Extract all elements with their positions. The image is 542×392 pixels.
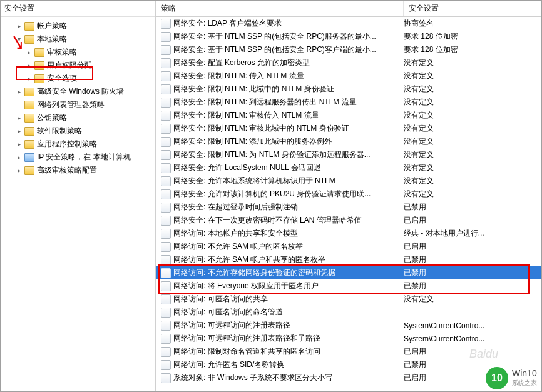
policy-row[interactable]: 网络安全: LDAP 客户端签名要求协商签名 [156,17,541,30]
policy-name: 网络安全: 限制 NTLM: 审核传入 NTLM 流量 [173,110,404,121]
policy-row[interactable]: 网络安全: 允许 LocalSystem NULL 会话回退没有定义 [156,161,541,174]
tree-node-label: 审核策略 [47,47,77,58]
policy-setting: 没有定义 [404,84,541,94]
policy-row[interactable]: 网络安全: 限制 NTLM: 此域中的 NTLM 身份验证没有定义 [156,83,541,96]
policy-name: 网络访问: 限制对命名管道和共享的匿名访问 [173,346,404,357]
policy-row[interactable]: 网络访问: 不允许 SAM 帐户的匿名枚举已启用 [156,240,541,253]
policy-row[interactable]: 网络访问: 不允许 SAM 帐户和共享的匿名枚举已禁用 [156,253,541,266]
tree-node[interactable]: ▸IP 安全策略，在 本地计算机 [1,151,155,164]
tree-node[interactable]: ▸高级安全 Windows 防火墙 [1,85,155,98]
folder-icon [24,127,34,136]
watermark-line1: Win10 [512,369,537,378]
tree-node[interactable]: ▸高级审核策略配置 [1,164,155,177]
policy-name: 网络安全: 在超过登录时间后强制注销 [173,202,404,213]
tree-node[interactable]: ▸公钥策略 [1,111,155,124]
expand-icon[interactable]: ▸ [14,22,23,31]
policy-row[interactable]: 网络安全: 允许本地系统将计算机标识用于 NTLM没有定义 [156,174,541,188]
tree-node[interactable]: ▾本地策略 [1,33,155,46]
policy-row[interactable]: 网络安全: 在超过登录时间后强制注销已禁用 [156,201,541,214]
policy-row[interactable]: 网络访问: 将 Everyone 权限应用于匿名用户已禁用 [156,279,541,293]
policy-row[interactable]: 网络安全: 在下一次更改密码时不存储 LAN 管理器哈希值已启用 [156,214,541,227]
policy-row[interactable]: 网络安全: 允许对该计算机的 PKU2U 身份验证请求使用联...没有定义 [156,188,541,201]
tree-node-label: IP 安全策略，在 本地计算机 [37,152,131,163]
tree-node[interactable]: ▸审核策略 [1,46,155,59]
policy-row[interactable]: 网络访问: 允许匿名 SID/名称转换已禁用 [156,358,541,371]
policy-name: 网络安全: 限制 NTLM: 添加此域中的服务器例外 [173,136,404,147]
policy-row[interactable]: 网络安全: 基于 NTLM SSP 的(包括安全 RPC)客户端的最小...要求… [156,43,541,56]
expand-icon[interactable]: ▸ [14,127,23,136]
policy-row[interactable]: 网络访问: 可匿名访问的命名管道 [156,306,541,319]
policy-name: 网络安全: 限制 NTLM: 为 NTLM 身份验证添加远程服务器... [173,149,404,160]
folder-icon [34,48,44,57]
policy-icon [161,150,171,160]
policy-setting: 已启用 [404,241,541,252]
folder-icon [24,114,34,123]
policy-name: 网络安全: 允许本地系统将计算机标识用于 NTLM [173,176,404,186]
policy-row[interactable]: 网络安全: 配置 Kerberos 允许的加密类型没有定义 [156,56,541,69]
policy-setting: 已禁用 [404,254,541,265]
policy-icon [161,124,171,134]
policy-row[interactable]: 系统对象: 非 Windows 子系统不要求区分大小写已启用 [156,371,541,384]
policy-name: 网络访问: 可匿名访问的共享 [173,294,404,304]
policy-icon [161,373,171,383]
expand-icon[interactable]: ▸ [24,74,33,83]
tree-header[interactable]: 安全设置 [1,1,155,17]
policy-row[interactable]: 网络安全: 基于 NTLM SSP 的(包括安全 RPC)服务器的最小...要求… [156,30,541,43]
tree-node-label: 应用程序控制策略 [37,139,97,149]
policy-row[interactable]: 网络安全: 限制 NTLM: 传入 NTLM 流量没有定义 [156,69,541,83]
policy-row[interactable]: 网络访问: 限制对命名管道和共享的匿名访问已启用 [156,345,541,358]
policy-name: 网络安全: 限制 NTLM: 到远程服务器的传出 NTLM 流量 [173,97,404,108]
list-body[interactable]: 网络安全: LDAP 客户端签名要求协商签名网络安全: 基于 NTLM SSP … [156,17,541,391]
tree-node[interactable]: 网络列表管理器策略 [1,98,155,111]
expand-icon[interactable]: ▸ [14,88,23,96]
policy-setting: 已禁用 [404,281,541,291]
policy-name: 网络安全: 限制 NTLM: 此域中的 NTLM 身份验证 [173,84,404,94]
policy-setting: 已启用 [404,346,541,357]
tree-node[interactable]: ▸安全选项 [1,72,155,85]
policy-row[interactable]: 网络访问: 可远程访问的注册表路径和子路径System\CurrentContr… [156,332,541,345]
expand-icon[interactable]: ▸ [24,61,33,70]
expand-icon[interactable]: ▸ [14,153,23,162]
policy-row[interactable]: 网络访问: 可匿名访问的共享没有定义 [156,293,541,306]
policy-row[interactable]: 网络安全: 限制 NTLM: 为 NTLM 身份验证添加远程服务器...没有定义 [156,148,541,161]
policy-icon [161,189,171,199]
expand-icon[interactable]: ▸ [14,114,23,123]
policy-name: 网络访问: 可匿名访问的命名管道 [173,307,404,318]
policy-row[interactable]: 网络安全: 限制 NTLM: 添加此域中的服务器例外没有定义 [156,135,541,148]
policy-icon [161,111,171,121]
policy-icon [161,216,171,226]
tree-node-label: 用户权限分配 [47,60,92,71]
policy-name: 系统对象: 非 Windows 子系统不要求区分大小写 [173,373,404,383]
policy-row[interactable]: 网络访问: 可远程访问的注册表路径System\CurrentContro... [156,319,541,332]
policy-row[interactable]: 网络安全: 限制 NTLM: 审核此域中的 NTLM 身份验证没有定义 [156,122,541,135]
policy-name: 网络安全: 基于 NTLM SSP 的(包括安全 RPC)客户端的最小... [173,44,404,55]
expand-icon[interactable]: ▸ [14,166,23,175]
tree-node[interactable]: ▸软件限制策略 [1,124,155,138]
tree-node-label: 网络列表管理器策略 [37,99,105,110]
expand-icon[interactable]: ▸ [24,48,33,57]
tree-node[interactable]: ▸用户权限分配 [1,59,155,72]
tree-panel: 安全设置 ▸帐户策略▾本地策略▸审核策略▸用户权限分配▸安全选项▸高级安全 Wi… [1,1,156,391]
column-header-policy[interactable]: 策略 [156,1,404,16]
expand-icon[interactable]: ▸ [14,140,23,149]
tree-node-label: 本地策略 [37,34,67,44]
policy-setting: 要求 128 位加密 [404,44,541,55]
policy-setting: 没有定义 [404,176,541,186]
policy-row[interactable]: 网络安全: 限制 NTLM: 审核传入 NTLM 流量没有定义 [156,109,541,122]
policy-setting: 已禁用 [404,268,541,278]
policy-row[interactable]: 网络访问: 本地帐户的共享和安全模型经典 - 对本地用户进行... [156,227,541,240]
policy-row[interactable]: 网络安全: 限制 NTLM: 到远程服务器的传出 NTLM 流量没有定义 [156,96,541,109]
policy-row[interactable]: 网络访问: 不允许存储网络身份验证的密码和凭据已禁用 [156,266,541,279]
policy-icon [161,347,171,357]
folder-icon [24,140,34,149]
collapse-icon[interactable]: ▾ [14,35,23,44]
policy-icon [161,58,171,68]
column-header-setting[interactable]: 安全设置 [404,1,541,16]
policy-setting: 没有定义 [404,71,541,81]
tree-node[interactable]: ▸应用程序控制策略 [1,138,155,151]
policy-icon [161,268,171,278]
tree-node[interactable]: ▸帐户策略 [1,19,155,33]
folder-icon [34,74,44,83]
policy-icon [161,137,171,147]
policy-setting: 没有定义 [404,294,541,304]
